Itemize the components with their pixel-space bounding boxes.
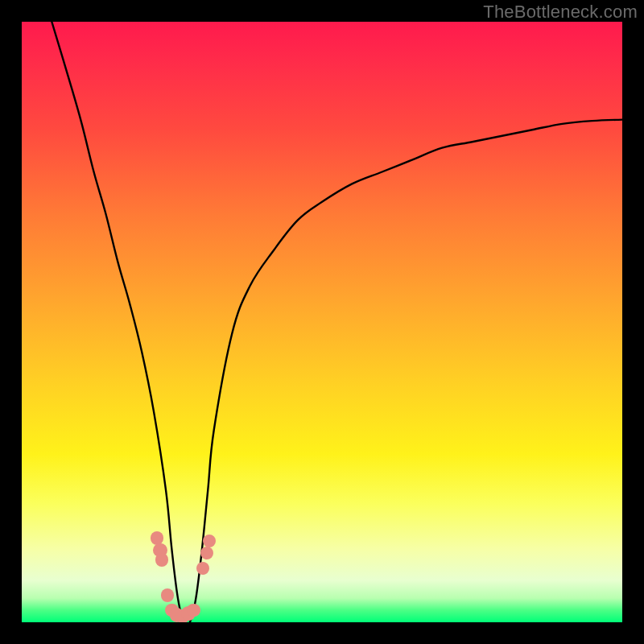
marker-dot <box>155 553 168 566</box>
curve-svg <box>22 22 622 622</box>
watermark-text: TheBottleneck.com <box>483 2 638 23</box>
marker-dot <box>161 588 174 601</box>
marker-dot <box>187 604 200 617</box>
plot-area <box>22 22 622 622</box>
bottleneck-curve <box>52 22 622 622</box>
